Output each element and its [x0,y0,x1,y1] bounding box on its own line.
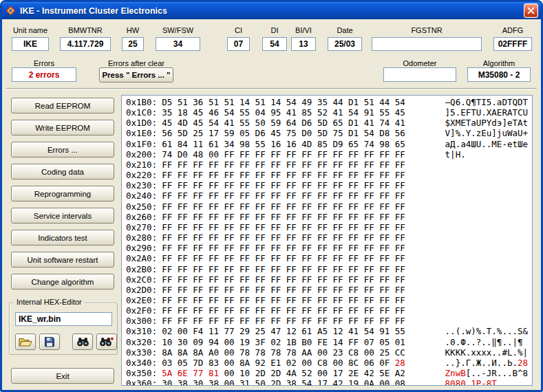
hex-address: 0x240: [126,190,157,201]
hex-row: 0x210:FF FF FF FF FF FF FF FF FF FF FF F… [126,160,528,170]
hex-row: 0x200:74 D0 48 00 FF FF FF FF FF FF FF F… [126,149,528,160]
hex-ascii: ..}.Г.Ж..И..Ь.28 [445,358,528,368]
close-icon [527,7,535,14]
hex-address: 0x200: [126,149,157,160]
hex-address: 0x330: [126,347,157,358]
hex-bytes: FF FF FF FF FF FF FF FF FF FF FF FF FF F… [162,274,405,285]
hex-row: 0x240:FF FF FF FF FF FF FF FF FF FF FF F… [126,190,528,201]
hex-address: 0x2A0: [126,253,157,263]
hex-row: 0x1E0:56 5D 25 17 59 05 D6 45 75 D0 5D 7… [126,128,528,138]
sidebar-button-change-algorithm[interactable]: Change algorithm [11,274,114,290]
hex-ascii [445,212,528,222]
hex-address: 0x2E0: [126,295,157,305]
errors-after-clear-label: Errors after clear [99,59,173,67]
hex-row: 0x290:FF FF FF FF FF FF FF FF FF FF FF F… [126,243,528,253]
sidebar-button-reprogramming[interactable]: Reprogramming [11,186,114,202]
hex-row: 0x1C0:35 18 45 46 54 55 04 95 41 85 52 4… [126,107,528,118]
hex-bytes: FF FF FF FF FF FF FF FF FF FF FF FF FF F… [162,295,405,305]
bi-vi-value: 13 [291,37,316,51]
app-icon [6,6,17,17]
hex-address: 0x310: [126,326,157,336]
sidebar-button-write-eeprom[interactable]: Write EEPROM [11,120,114,135]
hex-ascii [445,295,528,305]
hex-row: 0x2B0:FF FF FF FF FF FF FF FF FF FF FF F… [126,264,528,274]
hex-row: 0x350:5A 6E 77 81 00 10 2D 2D 4A 52 00 1… [126,368,528,378]
hex-bytes: FF FF FF FF FF FF FF FF FF FF FF FF FF F… [162,202,405,212]
hex-address: 0x2F0: [126,305,157,316]
bmwtnr-value: 4.117.729 [60,37,111,51]
hex-address: 0x220: [126,170,157,180]
sidebar-button-service-intervals[interactable]: Service intervals [11,208,114,224]
hex-address: 0x1E0: [126,128,157,138]
hex-bytes: FF FF FF FF FF FF FF FF FF FF FF FF FF F… [162,212,405,222]
hex-ascii [445,160,528,170]
sw-fsw-value: 34 [156,37,200,51]
hex-address: 0x2B0: [126,264,157,274]
sidebar-button-read-eeprom[interactable]: Read EEPROM [11,98,114,113]
button-label: Indicators test [38,234,87,242]
hex-row: 0x320:10 30 09 94 00 19 3F 02 1B B0 FE 1… [126,337,528,347]
open-file-button[interactable] [15,334,36,350]
hex-address: 0x270: [126,222,157,232]
hex-bytes: 45 4D 45 54 41 55 50 59 64 D6 5D 65 D1 4… [162,118,405,128]
hex-row: 0x220:FF FF FF FF FF FF FF FF FF FF FF F… [126,170,528,180]
button-label: Change algorithm [32,278,94,286]
hex-address: 0x1D0: [126,118,157,128]
hex-ascii [445,264,528,274]
hex-bytes: 02 00 F4 11 77 29 25 47 12 61 A5 12 41 5… [162,326,405,336]
hex-address: 0x1F0: [126,139,157,149]
hex-row: 0x260:FF FF FF FF FF FF FF FF FF FF FF F… [126,212,528,222]
hex-bytes: FF FF FF FF FF FF FF FF FF FF FF FF FF F… [162,253,405,263]
hex-ascii: —Q6.Q¶TI5.aDTQDT [445,97,528,107]
save-icon [44,336,55,347]
hex-ascii [445,170,528,180]
hex-ascii: .0.Ф..?..‖¶..|¶ [445,337,528,347]
horizontal-divider [6,88,537,89]
hex-row: 0x330:8A 8A 8A A0 00 78 78 78 78 AA 00 2… [126,347,528,358]
find-button[interactable] [72,334,93,350]
sidebar: Read EEPROMWrite EEPROMErrors ...Coding … [11,98,114,290]
hex-row: 0x1D0:45 4D 45 54 41 55 50 59 64 D6 5D 6… [126,118,528,128]
window-content: Unit name BMWTNR HW SW/FSW CI DI BI/VI D… [2,19,541,390]
hex-editor-toolbar [15,334,117,350]
hex-row: 0x300:FF FF FF FF FF FF FF FF FF FF FF F… [126,316,528,326]
algorithm-value: M35080 - 2 [467,67,531,82]
open-folder-icon [19,337,32,347]
sidebar-button-indicators-test[interactable]: Indicators test [11,230,114,246]
adfg-label: ADFG [493,26,532,34]
hex-dump[interactable]: 0x1B0:D5 51 36 51 51 14 51 14 54 49 35 4… [121,95,533,386]
hex-ascii [445,274,528,285]
button-label: Coding data [41,168,84,176]
sidebar-button-errors[interactable]: Errors ... [11,142,114,157]
title-bar[interactable]: IKE - Instrument Cluster Electronics [2,2,541,19]
hex-bytes: 03 05 7D 83 00 8A 92 E1 02 00 C8 00 8C 0… [162,358,405,368]
hex-address: 0x260: [126,212,157,222]
find-next-button[interactable] [96,334,117,350]
hex-bytes: FF FF FF FF FF FF FF FF FF FF FF FF FF F… [162,190,405,201]
hex-bytes: FF FF FF FF FF FF FF FF FF FF FF FF FF F… [162,243,405,253]
button-label: Errors ... [47,146,78,154]
save-file-button[interactable] [39,334,60,350]
find-icon [76,337,89,347]
hex-address: 0x360: [126,378,157,386]
hex-row: 0x270:FF FF FF FF FF FF FF FF FF FF FF F… [126,222,528,232]
fgstnr-value [372,37,482,51]
errors-count-value: 2 errors [12,67,76,82]
sidebar-button-coding-data[interactable]: Coding data [11,164,114,179]
hex-ascii [445,316,528,326]
hex-row: 0x360:30 38 30 38 00 31 50 2D 38 54 17 4… [126,378,528,386]
hex-filename-input[interactable] [15,312,112,326]
unit-name-label: Unit name [12,26,49,34]
close-button[interactable] [524,3,538,18]
sidebar-button-unit-software-restart[interactable]: Unit software restart [11,252,114,268]
press-errors-button[interactable]: Press " Errors ... " [99,67,173,83]
algorithm-label: Algorithm [467,59,531,67]
hex-ascii: ZnwB[..-JR...B^8 [445,368,528,378]
hex-ascii: $XMETaUPYdэ]eTAt [445,118,528,128]
hex-row: 0x1F0:61 84 11 61 34 98 55 16 16 4D 85 D… [126,139,528,149]
hex-bytes: 61 84 11 61 34 98 55 16 16 4D 85 D9 65 7… [162,139,405,149]
unit-name-value: IKE [12,37,49,51]
hex-ascii: KKKK.xxxx..#L.%| [445,347,528,358]
hex-row: 0x2F0:FF FF FF FF FF FF FF FF FF FF FF F… [126,305,528,316]
exit-button[interactable]: Exit [11,368,114,384]
